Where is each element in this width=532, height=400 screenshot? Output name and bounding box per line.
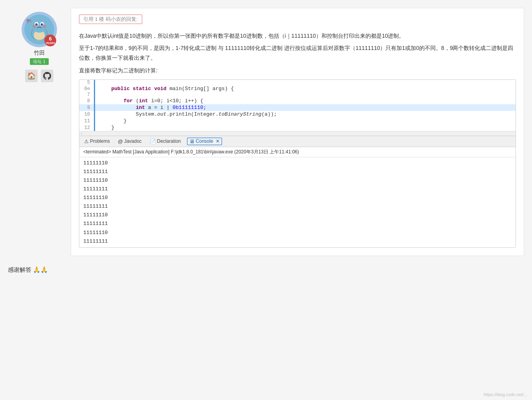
quote-header-row: 引用 1 楼 码小农的回复:	[79, 15, 516, 28]
line-code: for (int i=0; i<10; i++) {	[95, 98, 515, 104]
tab-problems-label: Problems	[90, 138, 110, 144]
tab-javadoc-label: Javadoc	[124, 138, 142, 144]
line-code: System.out.println(Integer.toBinaryStrin…	[95, 111, 515, 118]
line-number: 6⊖	[79, 85, 95, 92]
code-line: 10 System.out.println(Integer.toBinarySt…	[79, 111, 515, 118]
output-line: 11111111	[83, 168, 512, 176]
years-badge: 6 YEARS	[44, 35, 56, 46]
line-number: 5	[79, 80, 95, 85]
svg-point-12	[43, 25, 46, 28]
avatar-wrapper: 干! 6 YEARS	[22, 12, 57, 47]
paragraph1: 在Java中默认int值是10进制的，所以你第一张图中的所有数字都是10进制数，…	[79, 31, 516, 41]
quote-bar: 引用 1 楼 码小农的回复:	[79, 15, 142, 24]
post-text: 在Java中默认int值是10进制的，所以你第一张图中的所有数字都是10进制数，…	[79, 31, 516, 76]
code-line-highlighted: 9 int a = i | 0b11111110;	[79, 104, 515, 111]
output-line: 11111110	[83, 229, 512, 237]
code-lines: 5 6⊖ public static void main(String[] ar…	[79, 80, 515, 131]
page-container: 干! 6 YEARS 竹田 论坛 1 🏠	[0, 0, 532, 400]
line-number: 10	[79, 111, 95, 118]
icon-building: 🏠	[25, 70, 38, 82]
tab-problems[interactable]: ⚠ Problems	[83, 138, 112, 145]
tab-console-label: Console	[196, 138, 213, 144]
svg-point-7	[35, 23, 38, 26]
paragraph2: 至于1-7的结果和8，9的不同，是因为，1-7转化成二进制 与 11111110…	[79, 43, 516, 63]
paragraph3: 直接将数字标记为二进制的计算:	[79, 66, 516, 76]
console-output: ⚠ Problems @ Javadoc 📄 Declaration 🖥	[79, 136, 515, 247]
line-number: 7	[79, 92, 95, 98]
thanks-text: 感谢解答 🙏🙏	[8, 266, 48, 274]
output-line: 11111111	[83, 237, 512, 246]
output-line: 11111111	[83, 219, 512, 228]
url-watermark: https://blog.csdn.net/...	[484, 392, 527, 397]
user-icons: 🏠	[25, 70, 53, 82]
output-line: 11111111	[83, 185, 512, 194]
svg-point-9	[37, 24, 37, 24]
user-sidebar: 干! 6 YEARS 竹田 论坛 1 🏠	[8, 8, 71, 256]
output-line: 11111110	[83, 176, 512, 185]
username: 竹田	[34, 50, 45, 57]
line-code	[95, 92, 515, 98]
tab-console[interactable]: 🖥 Console ✕	[187, 138, 222, 145]
declaration-icon: 📄	[150, 138, 156, 144]
line-number: 11	[79, 118, 95, 124]
line-code: }	[95, 124, 515, 131]
line-code: int a = i | 0b11111110;	[95, 104, 515, 111]
code-line: 8 for (int i=0; i<10; i++) {	[79, 98, 515, 104]
line-number: 8	[79, 98, 95, 104]
code-line: 7	[79, 92, 515, 98]
svg-point-10	[42, 24, 43, 24]
bottom-section: 感谢解答 🙏🙏	[0, 260, 532, 278]
ide-container: 5 6⊖ public static void main(String[] ar…	[79, 79, 516, 248]
console-close-icon[interactable]: ✕	[216, 138, 220, 144]
console-header: ⚠ Problems @ Javadoc 📄 Declaration 🖥	[79, 136, 515, 147]
problems-icon: ⚠	[84, 138, 89, 144]
line-number: 9	[79, 104, 95, 111]
output-line: 11111110	[83, 194, 512, 202]
output-line: 11111110	[83, 211, 512, 219]
code-line: 11 }	[79, 118, 515, 124]
tab-declaration-label: Declaration	[157, 138, 181, 144]
line-number: 12	[79, 124, 95, 131]
console-output-text: 11111110 11111111 11111110 11111111 1111…	[79, 157, 515, 247]
code-area: 5 6⊖ public static void main(String[] ar…	[79, 80, 515, 131]
line-code: }	[95, 118, 515, 124]
tab-javadoc[interactable]: @ Javadoc	[116, 138, 143, 145]
forum-badge: 论坛 1	[30, 58, 48, 65]
scroll-indicator: ‹	[79, 131, 515, 136]
tab-declaration[interactable]: 📄 Declaration	[148, 138, 183, 145]
code-line: 12 }	[79, 124, 515, 131]
icon-github	[41, 70, 53, 82]
post-area: 干! 6 YEARS 竹田 论坛 1 🏠	[0, 4, 532, 260]
javadoc-icon: @	[118, 138, 123, 144]
line-code	[95, 80, 515, 85]
code-line: 5	[79, 80, 515, 85]
console-terminated: <terminated> MathTest [Java Application]…	[79, 147, 515, 157]
line-code: public static void main(String[] args) {	[95, 85, 515, 92]
post-content: 引用 1 楼 码小农的回复: 在Java中默认int值是10进制的，所以你第一张…	[71, 8, 524, 256]
output-line: 11111111	[83, 202, 512, 211]
svg-point-11	[33, 25, 36, 28]
code-line: 6⊖ public static void main(String[] args…	[79, 85, 515, 92]
svg-point-8	[41, 23, 43, 26]
output-line: 11111110	[83, 159, 512, 168]
svg-text:干!: 干!	[26, 19, 31, 23]
console-icon: 🖥	[189, 138, 194, 144]
